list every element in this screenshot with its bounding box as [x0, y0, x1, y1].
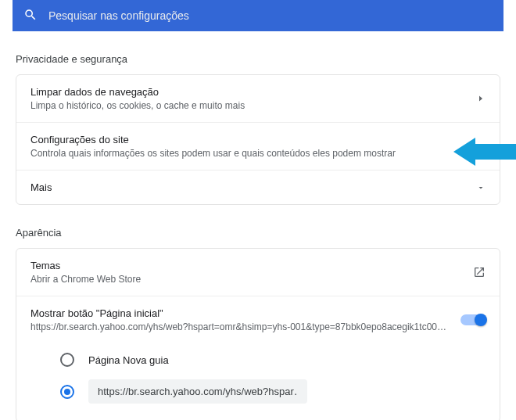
- row-texts: Mostrar botão "Página inicial" https://b…: [30, 307, 451, 332]
- row-title: Mais: [30, 181, 467, 193]
- radio-icon: [60, 353, 74, 367]
- row-texts: Limpar dados de navegação Limpa o histór…: [30, 86, 467, 111]
- appearance-card: Temas Abrir a Chrome Web Store Mostrar b…: [16, 248, 500, 420]
- chevron-right-icon: [476, 94, 486, 103]
- row-subtitle: Abrir a Chrome Web Store: [30, 274, 464, 285]
- home-page-radio-group: Página Nova guia: [16, 343, 500, 420]
- chevron-down-icon: [476, 183, 486, 192]
- row-subtitle: https://br.search.yahoo.com/yhs/web?hspa…: [30, 321, 451, 332]
- row-texts: Mais: [30, 181, 467, 193]
- section-title-privacy: Privacidade e segurança: [16, 53, 500, 65]
- privacy-card: Limpar dados de navegação Limpa o histór…: [16, 74, 500, 205]
- row-subtitle: Limpa o histórico, os cookies, o cache e…: [30, 100, 467, 111]
- row-more[interactable]: Mais: [16, 171, 500, 204]
- radio-icon: [60, 385, 74, 399]
- radio-custom-url[interactable]: [30, 373, 486, 410]
- home-url-input[interactable]: [88, 379, 307, 404]
- radio-label: Página Nova guia: [88, 354, 169, 366]
- row-texts: Configurações do site Controla quais inf…: [30, 134, 476, 159]
- settings-search-bar[interactable]: [13, 0, 503, 31]
- search-icon: [23, 8, 38, 24]
- row-title: Temas: [30, 260, 464, 271]
- row-title: Configurações do site: [30, 134, 476, 145]
- row-site-settings[interactable]: Configurações do site Controla quais inf…: [16, 123, 500, 171]
- row-subtitle: Controla quais informações os sites pode…: [30, 148, 476, 159]
- search-input[interactable]: [48, 9, 493, 22]
- section-title-appearance: Aparência: [16, 227, 500, 239]
- external-link-icon: [473, 266, 486, 278]
- radio-new-tab[interactable]: Página Nova guia: [30, 346, 486, 373]
- row-show-home-button[interactable]: Mostrar botão "Página inicial" https://b…: [16, 296, 500, 343]
- row-texts: Temas Abrir a Chrome Web Store: [30, 260, 464, 285]
- home-button-toggle[interactable]: [460, 314, 486, 325]
- row-themes[interactable]: Temas Abrir a Chrome Web Store: [16, 249, 500, 296]
- row-clear-browsing-data[interactable]: Limpar dados de navegação Limpa o histór…: [16, 75, 500, 123]
- row-title: Limpar dados de navegação: [30, 86, 467, 98]
- row-title: Mostrar botão "Página inicial": [30, 307, 451, 319]
